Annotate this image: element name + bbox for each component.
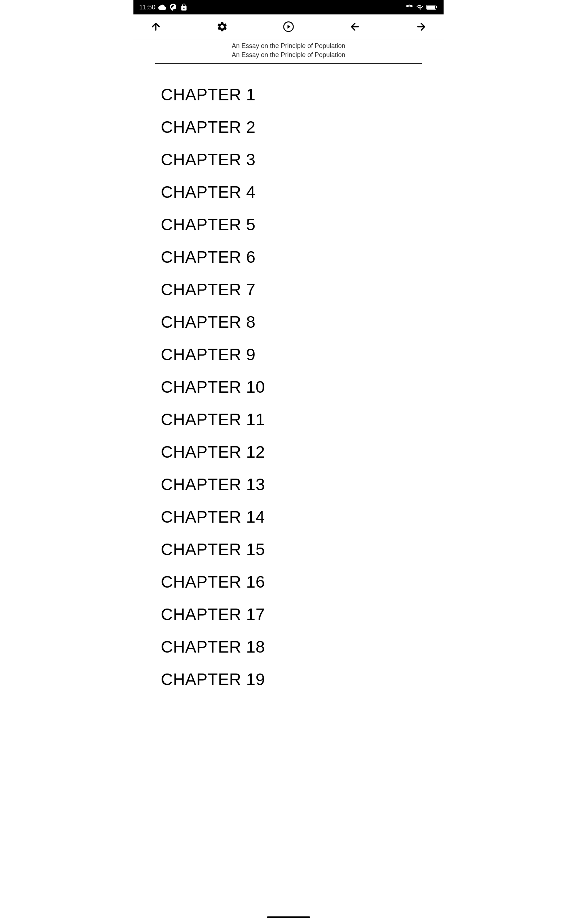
chapter-item-9[interactable]: CHAPTER 9 (161, 338, 416, 371)
svg-rect-2 (427, 6, 435, 9)
chapter-item-8[interactable]: CHAPTER 8 (161, 306, 416, 338)
chapter-item-17[interactable]: CHAPTER 17 (161, 598, 416, 630)
signal-icon (416, 3, 424, 11)
chapter-item-5[interactable]: CHAPTER 5 (161, 208, 416, 241)
svg-rect-1 (436, 6, 437, 8)
vpn-icon (169, 3, 177, 11)
chapter-list: CHAPTER 1CHAPTER 2CHAPTER 3CHAPTER 4CHAP… (134, 64, 443, 717)
status-bar: 11:50 (134, 0, 443, 15)
cloud-icon (158, 3, 166, 11)
back-button[interactable] (347, 19, 363, 35)
chapter-item-2[interactable]: CHAPTER 2 (161, 111, 416, 143)
chapter-item-18[interactable]: CHAPTER 18 (161, 630, 416, 663)
chapter-item-11[interactable]: CHAPTER 11 (161, 403, 416, 436)
book-title-1: An Essay on the Principle of Population (155, 42, 422, 50)
up-arrow-button[interactable] (148, 19, 164, 35)
chapter-item-12[interactable]: CHAPTER 12 (161, 436, 416, 468)
book-title-2: An Essay on the Principle of Population (155, 51, 422, 59)
forward-button[interactable] (413, 19, 429, 35)
toolbar (134, 15, 443, 39)
chapter-item-16[interactable]: CHAPTER 16 (161, 565, 416, 598)
chapter-item-4[interactable]: CHAPTER 4 (161, 176, 416, 208)
svg-marker-5 (287, 25, 290, 29)
chapter-item-10[interactable]: CHAPTER 10 (161, 371, 416, 403)
header-titles: An Essay on the Principle of Population … (155, 39, 422, 64)
notification-icon (180, 3, 188, 11)
status-right (405, 3, 438, 11)
chapter-item-3[interactable]: CHAPTER 3 (161, 143, 416, 176)
chapter-item-1[interactable]: CHAPTER 1 (161, 78, 416, 111)
chapter-item-15[interactable]: CHAPTER 15 (161, 533, 416, 565)
chapter-item-13[interactable]: CHAPTER 13 (161, 468, 416, 501)
battery-icon (426, 3, 438, 11)
wifi-icon (405, 3, 414, 11)
play-button[interactable] (280, 19, 297, 35)
chapter-item-14[interactable]: CHAPTER 14 (161, 501, 416, 533)
chapter-item-19[interactable]: CHAPTER 19 (161, 663, 416, 696)
settings-button[interactable] (214, 19, 230, 35)
chapter-item-6[interactable]: CHAPTER 6 (161, 241, 416, 273)
time-display: 11:50 (139, 3, 155, 11)
status-left: 11:50 (139, 3, 188, 11)
chapter-item-7[interactable]: CHAPTER 7 (161, 273, 416, 306)
